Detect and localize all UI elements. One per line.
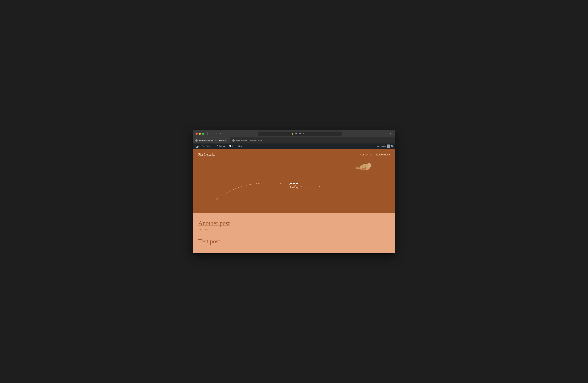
admin-bar-new[interactable]: + New bbox=[235, 143, 243, 149]
tab-icon-wp-admin: W bbox=[195, 139, 198, 142]
url-text: localhost bbox=[295, 132, 304, 135]
site-name-label: Flat Preloader bbox=[202, 145, 214, 147]
dot-1 bbox=[290, 183, 292, 184]
admin-bar-edit-site[interactable]: ✎ Edit site bbox=[216, 143, 227, 149]
svg-text:W: W bbox=[196, 140, 197, 141]
tab-title-site: Flat Preloader – Just another WordPress … bbox=[236, 139, 265, 141]
site-nav-links: Contact me Sample Page bbox=[360, 153, 390, 156]
comments-count: 0 bbox=[232, 145, 233, 147]
address-bar-container: 🔒 localhost ↻ bbox=[224, 132, 376, 136]
forward-button[interactable]: › bbox=[219, 132, 222, 135]
admin-bar-wp-logo[interactable]: W bbox=[194, 143, 200, 149]
edit-site-label: Edit site bbox=[219, 145, 226, 147]
new-label: New bbox=[238, 145, 242, 147]
hero-content: Loading bbox=[193, 160, 395, 211]
tab-site[interactable]: W Flat Preloader – Just another WordPres… bbox=[230, 137, 267, 143]
svg-rect-0 bbox=[208, 133, 210, 134]
address-bar[interactable]: 🔒 localhost ↻ bbox=[258, 132, 342, 136]
browser-actions: ⬆ + ⊞ bbox=[378, 132, 392, 135]
security-icon: 🔒 bbox=[292, 133, 294, 135]
admin-bar-right: Howdy, admin 🔍 bbox=[375, 145, 394, 148]
tab-title-wp-admin: Flat Preloader Settings ‹ Flat Preloader… bbox=[199, 139, 228, 141]
post1-date[interactable]: July 5, 2022 bbox=[198, 228, 390, 231]
tab-wp-admin[interactable]: W Flat Preloader Settings ‹ Flat Preload… bbox=[193, 137, 230, 143]
post1-title[interactable]: Another post bbox=[198, 220, 390, 227]
site-nav: Flat Preloader Contact me Sample Page bbox=[193, 149, 395, 160]
back-button[interactable]: ‹ bbox=[215, 132, 217, 135]
minimize-button[interactable] bbox=[199, 133, 201, 135]
grid-button[interactable]: ⊞ bbox=[389, 132, 392, 135]
loading-text: Loading bbox=[290, 186, 298, 189]
post2-title[interactable]: Test post bbox=[198, 238, 390, 245]
share-button[interactable]: ⬆ bbox=[378, 132, 382, 135]
tab-icon-site: W bbox=[232, 139, 235, 142]
dot-2 bbox=[293, 183, 295, 184]
svg-text:W: W bbox=[196, 146, 198, 147]
dot-3 bbox=[296, 183, 298, 184]
refresh-button[interactable]: ↻ bbox=[306, 132, 308, 135]
traffic-lights bbox=[196, 133, 204, 135]
nav-sample[interactable]: Sample Page bbox=[376, 153, 390, 156]
wp-admin-bar: W Flat Preloader ✎ Edit site 💬 0 + New H… bbox=[193, 143, 395, 149]
admin-search-icon[interactable]: 🔍 bbox=[391, 145, 394, 148]
site-content: Another post July 5, 2022 Test post bbox=[193, 213, 395, 253]
site-logo[interactable]: Flat Preloader bbox=[198, 153, 215, 156]
nav-contact[interactable]: Contact me bbox=[360, 153, 372, 156]
fullscreen-button[interactable] bbox=[202, 133, 204, 135]
close-button[interactable] bbox=[196, 133, 198, 135]
browser-chrome: ‹ › 🔒 localhost ↻ ⬆ + ⊞ bbox=[193, 130, 395, 137]
svg-text:W: W bbox=[233, 140, 234, 141]
howdy-text: Howdy, admin bbox=[375, 145, 386, 147]
loading-dots bbox=[290, 183, 298, 184]
admin-bar-site-name[interactable]: Flat Preloader bbox=[201, 143, 215, 149]
browser-tabs: W Flat Preloader Settings ‹ Flat Preload… bbox=[193, 137, 395, 143]
window-icon bbox=[208, 132, 210, 135]
admin-bar-comments[interactable]: 💬 0 bbox=[228, 143, 234, 149]
site-hero: Flat Preloader Contact me Sample Page bbox=[193, 149, 395, 213]
admin-avatar[interactable] bbox=[387, 145, 390, 148]
browser-controls bbox=[208, 132, 213, 135]
browser-window: ‹ › 🔒 localhost ↻ ⬆ + ⊞ W Flat Preloader… bbox=[193, 130, 395, 253]
new-tab-button[interactable]: + bbox=[384, 132, 387, 135]
